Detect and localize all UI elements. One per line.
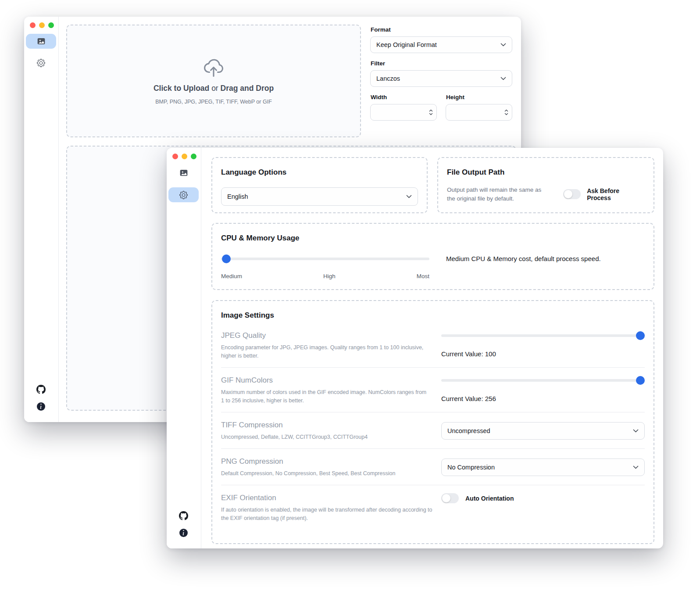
height-label: Height bbox=[446, 94, 512, 100]
info-icon[interactable] bbox=[37, 402, 45, 411]
jpeg-quality-description: Encoding parameter for JPG, JPEG images.… bbox=[221, 344, 429, 360]
cpu-memory-section: CPU & Memory Usage Medium High Most Medi… bbox=[211, 223, 654, 290]
slider-track[interactable] bbox=[221, 258, 429, 260]
gear-icon bbox=[37, 59, 45, 67]
upload-title: Click to Upload or Drag and Drop bbox=[154, 84, 274, 93]
width-label: Width bbox=[371, 94, 437, 100]
sidebar-tab-settings[interactable] bbox=[168, 187, 199, 202]
close-button[interactable] bbox=[172, 154, 178, 159]
file-output-path-section: File Output Path Output path will remain… bbox=[437, 157, 654, 213]
tick-high: High bbox=[323, 273, 336, 279]
exif-orientation-title: EXIF Orientation bbox=[221, 493, 435, 503]
gif-numcolors-slider[interactable] bbox=[441, 376, 645, 385]
chevron-down-icon bbox=[500, 43, 506, 47]
png-compression-title: PNG Compression bbox=[221, 456, 435, 466]
ask-before-process-label: Ask Before Process bbox=[587, 187, 645, 201]
github-icon[interactable] bbox=[36, 385, 46, 394]
format-select[interactable]: Keep Original Format bbox=[370, 36, 512, 53]
cpu-status-text: Medium CPU & Memory cost, default proces… bbox=[446, 254, 601, 263]
auto-orientation-label: Auto Orientation bbox=[465, 495, 514, 502]
gear-icon bbox=[179, 191, 188, 199]
jpeg-quality-current-value: Current Value: 100 bbox=[441, 350, 645, 358]
jpeg-quality-title: JPEG Quality bbox=[221, 330, 435, 340]
zoom-button[interactable] bbox=[191, 154, 196, 159]
settings-window: Language Options English File Output Pat… bbox=[167, 148, 663, 548]
window-controls bbox=[172, 154, 196, 159]
auto-orientation-toggle[interactable] bbox=[441, 493, 459, 503]
upload-dropzone[interactable]: Click to Upload or Drag and Drop BMP, PN… bbox=[66, 25, 361, 137]
image-icon bbox=[179, 168, 188, 177]
height-input[interactable] bbox=[446, 104, 512, 121]
slider-thumb[interactable] bbox=[636, 331, 645, 340]
chevron-down-icon bbox=[500, 77, 506, 80]
section-title: File Output Path bbox=[447, 168, 645, 177]
upload-cloud-icon bbox=[202, 57, 225, 78]
section-title: Language Options bbox=[221, 168, 418, 177]
zoom-button[interactable] bbox=[48, 22, 54, 28]
toggle-knob bbox=[442, 494, 450, 502]
gif-numcolors-row: GIF NumColors Maximum number of colors u… bbox=[221, 367, 645, 412]
info-icon[interactable] bbox=[179, 529, 188, 537]
ask-before-process-toggle[interactable] bbox=[563, 189, 581, 199]
png-compression-select[interactable]: No Compression bbox=[441, 458, 645, 476]
slider-thumb[interactable] bbox=[222, 254, 231, 263]
filter-label: Filter bbox=[371, 60, 512, 67]
window-controls bbox=[30, 22, 54, 28]
tick-medium: Medium bbox=[221, 273, 242, 279]
png-compression-description: Default Compression, No Compression, Bes… bbox=[221, 469, 429, 478]
chevron-down-icon bbox=[633, 429, 639, 433]
tiff-compression-row: TIFF Compression Uncompressed, Deflate, … bbox=[221, 412, 645, 448]
tiff-compression-select[interactable]: Uncompressed bbox=[441, 422, 645, 440]
github-icon[interactable] bbox=[179, 511, 188, 520]
cpu-usage-slider[interactable] bbox=[221, 254, 429, 263]
upload-formats: BMP, PNG, JPG, JPEG, TIF, TIFF, WebP or … bbox=[155, 99, 272, 105]
desktop: Click to Upload or Drag and Drop BMP, PN… bbox=[0, 0, 700, 591]
exif-orientation-description: If auto orientation is enabled, the imag… bbox=[221, 506, 435, 523]
chevron-down-icon bbox=[633, 466, 639, 469]
stepper-icon[interactable] bbox=[504, 109, 509, 116]
close-button[interactable] bbox=[30, 22, 36, 28]
minimize-button[interactable] bbox=[182, 154, 187, 159]
stepper-icon[interactable] bbox=[429, 109, 433, 116]
image-icon bbox=[37, 37, 46, 46]
jpeg-quality-row: JPEG Quality Encoding parameter for JPG,… bbox=[221, 323, 645, 367]
section-title: CPU & Memory Usage bbox=[221, 233, 645, 243]
language-select[interactable]: English bbox=[221, 187, 418, 206]
gif-numcolors-title: GIF NumColors bbox=[221, 375, 435, 385]
sidebar-tab-settings[interactable] bbox=[26, 55, 56, 70]
tick-most: Most bbox=[417, 273, 429, 279]
sidebar-tab-images[interactable] bbox=[168, 165, 199, 180]
tiff-compression-description: Uncompressed, Deflate, LZW, CCITTGroup3,… bbox=[221, 433, 429, 441]
chevron-down-icon bbox=[406, 195, 412, 198]
slider-thumb[interactable] bbox=[636, 376, 645, 385]
gif-numcolors-description: Maximum number of colors used in the GIF… bbox=[221, 388, 429, 405]
jpeg-quality-slider[interactable] bbox=[441, 331, 645, 340]
toggle-knob bbox=[564, 190, 572, 198]
slider-track[interactable] bbox=[441, 334, 645, 337]
slider-track[interactable] bbox=[441, 379, 645, 382]
exif-orientation-row: EXIF Orientation If auto orientation is … bbox=[221, 485, 645, 530]
filter-select[interactable]: Lanczos bbox=[370, 70, 512, 87]
conversion-options-panel: Format Keep Original Format Filter Lancz… bbox=[370, 26, 512, 121]
minimize-button[interactable] bbox=[39, 22, 45, 28]
image-settings-section: Image Settings JPEG Quality Encoding par… bbox=[211, 300, 654, 544]
sidebar-tab-images[interactable] bbox=[26, 34, 56, 49]
output-path-description: Output path will remain the same as the … bbox=[447, 186, 544, 203]
cpu-slider-ticks: Medium High Most bbox=[221, 273, 429, 279]
language-options-section: Language Options English bbox=[211, 157, 428, 213]
gif-numcolors-current-value: Current Value: 256 bbox=[441, 395, 645, 402]
png-compression-row: PNG Compression Default Compression, No … bbox=[221, 448, 645, 485]
format-label: Format bbox=[371, 26, 512, 33]
tiff-compression-title: TIFF Compression bbox=[221, 420, 435, 430]
section-title: Image Settings bbox=[221, 311, 645, 320]
sidebar bbox=[24, 17, 59, 422]
width-input[interactable] bbox=[370, 104, 437, 121]
sidebar bbox=[167, 148, 201, 548]
